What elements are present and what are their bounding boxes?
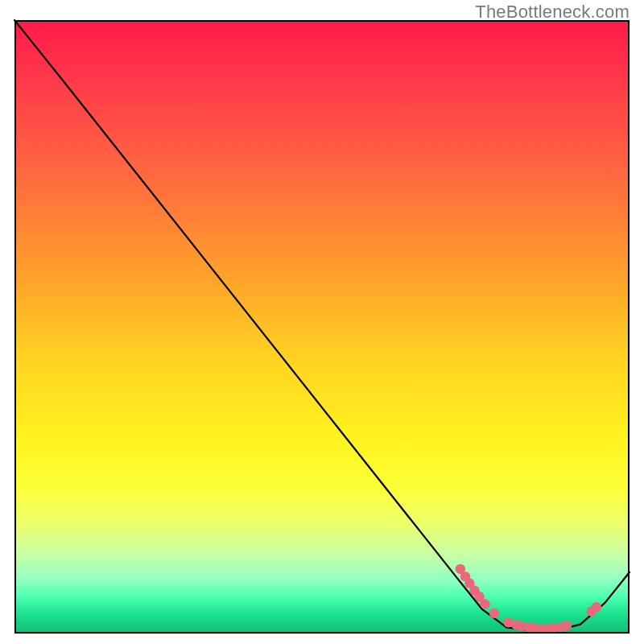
chart-svg [14, 20, 630, 634]
data-marker [592, 602, 601, 612]
data-marker [562, 621, 572, 630]
data-marker [480, 599, 489, 609]
chart-stage: TheBottleneck.com [0, 0, 644, 644]
bottleneck-curve [14, 20, 630, 630]
watermark-text: TheBottleneck.com [475, 2, 630, 23]
data-marker [489, 609, 499, 618]
data-markers-group [456, 564, 601, 634]
